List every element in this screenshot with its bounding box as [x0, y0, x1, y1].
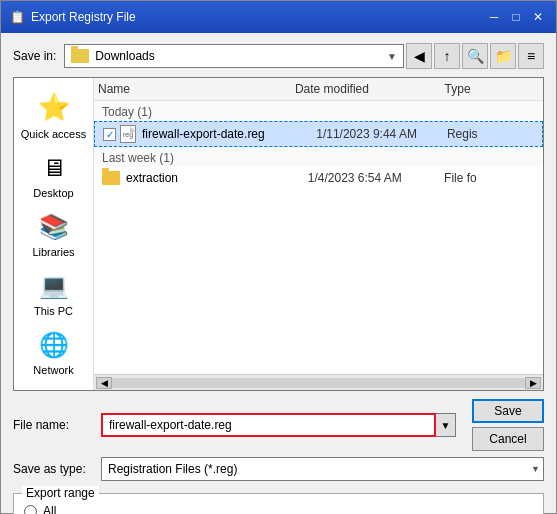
scroll-left-button[interactable]: ◀ — [96, 377, 112, 389]
network-icon: 🌐 — [39, 331, 69, 359]
back-button[interactable]: ◀ — [406, 43, 432, 69]
nav-quick-access-label: Quick access — [21, 128, 86, 140]
file-checkbox[interactable]: ✓ — [103, 128, 116, 141]
dialog-body: Save in: Downloads ▼ ◀ ↑ 🔍 📁 ≡ — [1, 33, 556, 514]
file-type: Regis — [447, 127, 534, 141]
export-range-section: Export range All Selected branch HKEY_LO… — [13, 493, 544, 514]
title-bar-controls: ─ □ ✕ — [484, 7, 548, 27]
file-name-row: File name: ▼ Save Cancel — [13, 399, 544, 451]
file-name-input[interactable] — [101, 413, 436, 437]
nav-desktop[interactable]: 🖥 Desktop — [14, 148, 93, 205]
reg-file-icon: reg — [120, 125, 136, 143]
file-date: 1/4/2023 6:54 AM — [308, 171, 444, 185]
save-as-type-row: Save as type: Registration Files (*.reg)… — [13, 457, 544, 481]
bottom-section: File name: ▼ Save Cancel Save as type: R… — [13, 399, 544, 481]
window-icon: 📋 — [9, 9, 25, 25]
main-file-browser: ⭐ Quick access 🖥 Desktop 📚 Libraries 💻 T… — [13, 77, 544, 391]
folder-icon-small — [71, 49, 89, 63]
group-today: Today (1) — [94, 101, 543, 121]
scroll-right-button[interactable]: ▶ — [525, 377, 541, 389]
nav-desktop-label: Desktop — [33, 187, 73, 199]
save-as-type-wrapper: Registration Files (*.reg) ▼ — [101, 457, 544, 481]
nav-network[interactable]: 🌐 Network — [14, 325, 93, 382]
desktop-icon: 🖥 — [42, 154, 66, 182]
dialog-buttons: Save Cancel — [472, 399, 544, 451]
file-list-header: Name Date modified Type — [94, 78, 543, 101]
file-date: 1/11/2023 9:44 AM — [316, 127, 447, 141]
table-row[interactable]: extraction 1/4/2023 6:54 AM File fo — [94, 167, 543, 189]
new-folder-button[interactable]: 📁 — [490, 43, 516, 69]
this-pc-icon: 💻 — [39, 272, 69, 300]
save-as-type-label: Save as type: — [13, 462, 93, 476]
file-type: File fo — [444, 171, 535, 185]
left-navigation: ⭐ Quick access 🖥 Desktop 📚 Libraries 💻 T… — [14, 78, 94, 390]
nav-libraries[interactable]: 📚 Libraries — [14, 207, 93, 264]
export-range-title: Export range — [22, 486, 99, 500]
save-in-row: Save in: Downloads ▼ ◀ ↑ 🔍 📁 ≡ — [13, 43, 544, 69]
maximize-button[interactable]: □ — [506, 7, 526, 27]
chevron-down-icon: ▼ — [387, 51, 397, 62]
table-row[interactable]: ✓ reg firewall-export-date.reg 1/11/2023… — [94, 121, 543, 147]
file-list: Name Date modified Type Today (1) ✓ reg … — [94, 78, 543, 390]
up-button[interactable]: ↑ — [434, 43, 460, 69]
radio-all[interactable] — [24, 505, 37, 515]
save-as-type-select[interactable]: Registration Files (*.reg) — [101, 457, 544, 481]
radio-all-row: All — [24, 504, 533, 514]
nav-quick-access[interactable]: ⭐ Quick access — [14, 86, 93, 146]
nav-libraries-label: Libraries — [32, 246, 74, 258]
folder-icon — [102, 171, 120, 185]
col-header-type[interactable]: Type — [441, 80, 543, 98]
window-title: Export Registry File — [31, 10, 484, 24]
horizontal-scrollbar[interactable]: ◀ ▶ — [94, 374, 543, 390]
col-header-name[interactable]: Name — [94, 80, 291, 98]
radio-all-label: All — [43, 504, 56, 514]
file-name-label: File name: — [13, 418, 93, 432]
save-button[interactable]: Save — [472, 399, 544, 423]
nav-this-pc-label: This PC — [34, 305, 73, 317]
cancel-button[interactable]: Cancel — [472, 427, 544, 451]
file-name: firewall-export-date.reg — [142, 127, 316, 141]
view-button[interactable]: ≡ — [518, 43, 544, 69]
minimize-button[interactable]: ─ — [484, 7, 504, 27]
file-name-dropdown-button[interactable]: ▼ — [436, 413, 456, 437]
save-in-label: Save in: — [13, 49, 56, 63]
file-name: extraction — [126, 171, 308, 185]
nav-network-label: Network — [33, 364, 73, 376]
col-header-date[interactable]: Date modified — [291, 80, 441, 98]
file-list-body: Today (1) ✓ reg firewall-export-date.reg… — [94, 101, 543, 374]
save-in-dropdown[interactable]: Downloads ▼ — [64, 44, 404, 68]
save-in-value: Downloads — [95, 49, 381, 63]
title-bar: 📋 Export Registry File ─ □ ✕ — [1, 1, 556, 33]
scroll-track[interactable] — [112, 378, 525, 388]
search-web-button[interactable]: 🔍 — [462, 43, 488, 69]
nav-this-pc[interactable]: 💻 This PC — [14, 266, 93, 323]
quick-access-icon: ⭐ — [38, 92, 70, 123]
close-button[interactable]: ✕ — [528, 7, 548, 27]
group-last-week: Last week (1) — [94, 147, 543, 167]
libraries-icon: 📚 — [39, 213, 69, 241]
